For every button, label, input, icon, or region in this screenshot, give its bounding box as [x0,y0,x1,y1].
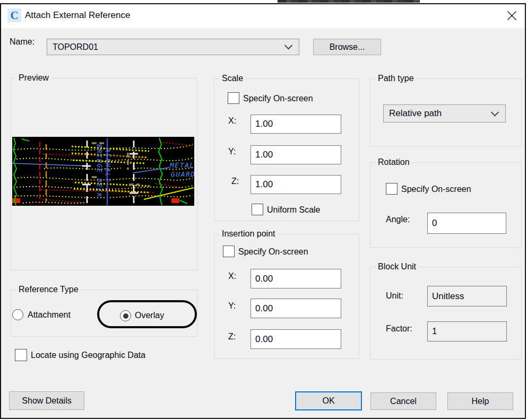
overlay-radio-label[interactable]: Overlay [135,311,164,320]
scale-z-label: Z: [231,177,239,186]
insertion-z-label: Z: [228,332,236,342]
factor-label: Factor: [386,324,412,334]
insertion-z-input[interactable]: 0.00 [250,329,341,349]
scale-z-input[interactable]: 1.00 [250,175,341,194]
path-type-dropdown-value: Relative path [389,108,442,119]
insertion-specify-onscreen-checkbox[interactable] [223,246,235,257]
rotation-specify-onscreen-checkbox[interactable] [386,183,398,195]
locate-geographic-label: Locate using Geographic Data [31,351,145,360]
path-type-group-label: Path type [376,74,416,83]
close-button[interactable] [503,7,520,23]
scale-x-label: X: [228,116,236,126]
uniform-scale-label: Uniform Scale [267,205,320,215]
locate-geographic-checkbox[interactable] [15,349,27,361]
browse-button[interactable]: Browse... [313,39,381,55]
name-label: Name: [10,37,34,47]
scale-specify-onscreen-label: Specify On-screen [243,94,313,103]
unit-value-field: Unitless [427,286,507,307]
close-icon [507,11,517,21]
unit-label: Unit: [386,291,403,301]
factor-value-field: 1 [427,321,507,342]
insertion-point-group-label: Insertion point [220,229,278,239]
screenshot-canvas: C Attach External Reference Name: TOPORD… [0,0,527,420]
block-unit-group-label: Block Unit [376,262,418,272]
scale-y-label: Y: [228,147,236,156]
dialog-title: Attach External Reference [25,10,130,21]
preview-image: METAL GUARD ASPHALT BRIDGE DECK [12,137,194,206]
insertion-x-input[interactable]: 0.00 [250,269,341,288]
uniform-scale-checkbox[interactable] [252,204,263,215]
chevron-down-icon [282,39,295,55]
preview-group-label: Preview [16,73,51,83]
cancel-button[interactable]: Cancel [370,392,436,410]
attachment-radio[interactable] [12,309,23,320]
insertion-x-label: X: [228,272,236,281]
path-type-dropdown[interactable]: Relative path [383,104,506,122]
scale-x-input[interactable]: 1.00 [250,115,341,134]
background-window-artifact [278,0,420,3]
angle-label: Angle: [386,215,410,224]
rotation-group: Rotation [370,162,522,248]
angle-input[interactable]: 0 [427,213,506,234]
cad-text-bridge-deck: BRIDGE DECK [96,144,103,198]
chevron-down-icon [488,105,501,122]
rotation-group-label: Rotation [376,158,412,167]
insertion-specify-onscreen-label: Specify On-screen [238,247,308,257]
cad-text-guard: GUARD [171,170,194,178]
scale-group-label: Scale [220,74,245,83]
show-details-button[interactable]: Show Details [9,391,84,410]
cad-text-asphalt: ASPHALT [104,148,111,183]
cad-text-metal: METAL [169,161,194,169]
app-icon: C [7,8,21,22]
name-combobox-value: TOPORD01 [53,42,98,52]
overlay-radio[interactable] [120,310,131,321]
attachment-radio-label[interactable]: Attachment [28,310,71,320]
scale-specify-onscreen-checkbox[interactable] [228,92,239,104]
name-combobox[interactable]: TOPORD01 [47,39,299,55]
rotation-specify-onscreen-label: Specify On-screen [401,185,471,194]
scale-y-input[interactable]: 1.00 [250,145,341,164]
reference-type-group-label: Reference Type [16,285,81,294]
insertion-y-label: Y: [228,301,236,311]
insertion-y-input[interactable]: 0.00 [250,299,341,318]
block-unit-group: Block Unit [370,267,522,360]
ok-button[interactable]: OK [295,391,362,410]
help-button[interactable]: Help [447,392,513,410]
